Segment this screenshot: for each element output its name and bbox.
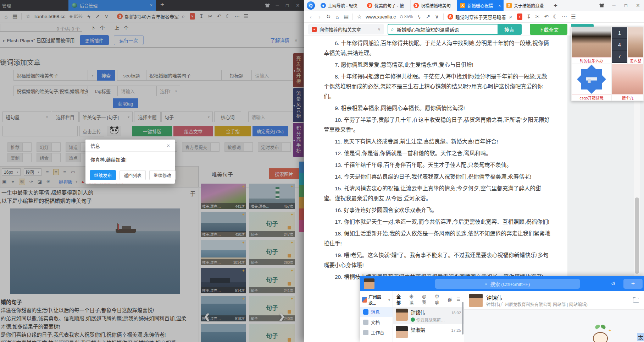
history-clock-icon[interactable]: ↺ <box>611 281 616 287</box>
undo-icon[interactable]: ↶ <box>544 13 549 20</box>
article-search-box[interactable]: ⌕ 新婚暖心祝福简短的温馨话语 搜索 <box>388 24 522 35</box>
number-keypad[interactable]: 147 <box>612 27 627 63</box>
search-icon: ⌕ <box>485 281 488 287</box>
reader-icon[interactable]: ▤ <box>344 13 349 20</box>
contact-header: 钟锦伟 钟锦伟(广州辰龙教育科技有限公司-网站部 | 网站编辑) <box>464 291 644 310</box>
chat-list-item[interactable]: 梁淑娟17:25 <box>393 324 464 340</box>
close-button[interactable]: ✕ <box>632 0 644 11</box>
maximize-button[interactable]: □ <box>620 0 632 11</box>
continue-publish-button[interactable]: 继续发布 <box>90 170 116 180</box>
meme-card-3[interactable]: 接个九 <box>612 64 644 101</box>
refresh-icon[interactable]: ↻ <box>326 13 331 20</box>
chat-tab[interactable]: 单聊 <box>435 293 443 305</box>
browser-tab[interactable]: e上网导航 - 轻快 <box>318 0 364 11</box>
chat-add-button[interactable]: + <box>623 279 643 289</box>
new-tab-button[interactable]: + <box>554 2 557 10</box>
chat-header: ⌕ 搜索 (Ctrl+Shift+F) ↺ + <box>360 276 644 291</box>
meme-card-1[interactable]: 时的快乐么办 <box>571 27 612 64</box>
back-icon[interactable]: ‹ <box>308 14 313 20</box>
article-paragraph: 19. 喂!老兄。这么快就“婚”了。我有事不能来了。不过我还是要衷心祝福你新婚快… <box>324 250 552 270</box>
article-paragraph: 10. 辛劳了半辈子,贡献了几十年,在这丰收安稳的日子,恭贺您再婚之喜,正所谓“… <box>324 115 552 135</box>
chat-tab[interactable]: 未读 <box>409 293 417 305</box>
meme-photo <box>572 27 611 57</box>
chat-item-main: 钟锦伟18:02你要挑战高薪… <box>411 309 461 322</box>
my-avatar[interactable] <box>364 278 374 289</box>
share-icon[interactable]: ↗ <box>426 13 431 20</box>
chat-time: 17:25 <box>451 328 461 332</box>
selected-character: 太 <box>637 333 644 341</box>
quark-logo-icon[interactable]: Q <box>307 1 315 10</box>
chat-tab[interactable]: @我 <box>422 294 430 305</box>
minimize-button[interactable]: ─ <box>608 0 620 11</box>
meme-card-2[interactable]: 怎么整 <box>627 27 644 64</box>
search-icon[interactable]: ⌕ <box>508 13 513 20</box>
message-dialog: 信息 × 你真棒,继续加油! 继续发布 返回列表 继续修改 <box>85 140 175 184</box>
back-to-list-button[interactable]: 返回列表 <box>120 170 146 180</box>
chevron-down-icon: ∨ <box>378 27 381 32</box>
dialog-title: 信息 <box>90 142 100 149</box>
article-paragraph: 15. 托清风捎去衷心的祝福,让流云奉上真挚的情意;今夕何夕,空气里都充满了醉人… <box>324 184 552 203</box>
menu-icon[interactable]: ☰ <box>571 13 576 20</box>
keypad-number[interactable]: 1 <box>612 27 627 39</box>
more-icon[interactable]: ⋯ <box>562 13 567 20</box>
browser-tab[interactable]: S祝福结婚唯美句 <box>411 0 457 11</box>
right-browser-toolbar: ‹ › ↻ ⌂ ▤ ☆ www.xuexila.c ⊖85% ϟ ↗ ∨ S 睡… <box>304 11 644 23</box>
list-scrollbar-thumb[interactable] <box>462 302 463 335</box>
sidebar-item-1[interactable]: 文档 <box>360 317 393 327</box>
chat-main-pane: 钟锦伟 钟锦伟(广州辰龙教育科技有限公司-网站部 | 网站编辑) 太 ✦ <box>464 291 644 342</box>
org-switcher[interactable]: 广州辰龙... ∨ <box>360 293 393 307</box>
thumb-up-icon: ▲ <box>312 27 317 32</box>
download-fulltext-button[interactable]: 下载全文 <box>530 24 567 35</box>
address-url[interactable]: www.xuexila.c <box>366 14 396 20</box>
browser-tab[interactable]: X新婚暖心祝福× <box>457 0 504 11</box>
home-icon[interactable]: ⌂ <box>335 14 340 20</box>
bookmark-star-icon[interactable]: ☆ <box>357 13 362 20</box>
search-icon: ⌕ <box>391 26 394 32</box>
screenshot-stage: 管理 后台管理 × + ─ □ ✕ ⌂ ▤ ☆ lianhe.5068.cc ⊖… <box>0 0 644 342</box>
chat-mini-sidebar: 广州辰龙... ∨ 消息文档工作台 <box>360 291 393 342</box>
browser-tab[interactable]: X关于结婚的浪漫 <box>504 0 550 11</box>
tab-label: 优美的句子 - 搜 <box>374 2 404 9</box>
theme-shirt-icon[interactable] <box>596 0 608 11</box>
continue-edit-button[interactable]: 继续修改 <box>149 170 176 180</box>
forward-icon[interactable]: › <box>317 14 322 20</box>
left-browser-window: 管理 后台管理 × + ─ □ ✕ ⌂ ▤ ☆ lianhe.5068.cc ⊖… <box>0 0 304 342</box>
sidebar-item-icon <box>363 330 368 335</box>
chat-tab[interactable]: 全部 <box>396 293 405 305</box>
search-value: 新婚暖心祝福简短的温馨话语 <box>397 26 498 33</box>
chat-name: 钟锦伟 <box>411 309 425 316</box>
folder-icon[interactable] <box>633 298 639 303</box>
download-icon[interactable]: ↧ <box>526 13 531 20</box>
screenshot-scissors-icon[interactable]: ✂ <box>535 13 540 20</box>
keypad-number[interactable]: 7 <box>612 51 627 63</box>
scrollbar-thumb[interactable] <box>635 197 639 274</box>
chevron-down-icon[interactable]: ∨ <box>434 13 439 20</box>
search-button[interactable]: 搜索 <box>498 25 521 34</box>
csgo-card[interactable]: csgo开箱试玩 <box>571 64 612 101</box>
keypad-number[interactable]: 4 <box>612 39 627 51</box>
browser-tab[interactable]: S优美的句子 - 搜 <box>364 0 411 11</box>
sidebar-item-label: 工作台 <box>371 329 384 336</box>
filter-menu-icon[interactable]: ☰ <box>456 297 460 302</box>
chat-list-item[interactable]: 钟锦伟18:02你要挑战高薪… <box>393 307 464 324</box>
lightning-icon[interactable]: ϟ <box>417 14 422 20</box>
chat-filter-tabs: 全部未读@我单聊群☰ <box>393 291 464 307</box>
zoom-level[interactable]: ⊖85% <box>400 14 413 19</box>
dialog-close-icon[interactable]: × <box>167 142 170 148</box>
sogou-search-box[interactable]: S 睡觉时穿袜子更容易睡着 ⌕ <box>448 13 513 20</box>
article-paragraph: 17. 你们本就是天生一对,地造一双,而今共偕连理,今后更需彼此宽容、互相照顾,… <box>324 217 552 227</box>
tab-close-icon[interactable]: × <box>499 4 501 8</box>
sidebar-item-2[interactable]: 工作台 <box>360 327 393 338</box>
article-paragraph: 16. 好事连连好梦圆圆合家欢乐双燕齐飞。 <box>324 205 552 215</box>
recommend-dropdown[interactable]: ▲ 向你推荐的相关文章 ∨ <box>308 24 384 34</box>
contact-avatar[interactable] <box>469 294 483 307</box>
meme-photo <box>628 27 643 57</box>
chat-tab[interactable]: 群 <box>448 297 452 303</box>
chat-search-input[interactable]: ⌕ 搜索 (Ctrl+Shift+F) <box>435 279 580 289</box>
meme-caption: 时的快乐么办 <box>572 57 611 64</box>
meme-ad-panel: 时的快乐么办 147 怎么整 csgo开箱试玩 接个九 <box>571 27 644 101</box>
sidebar-item-0[interactable]: 消息 <box>360 307 393 317</box>
redpacket-badge-icon[interactable]: ¥ <box>517 13 522 20</box>
night-mode-icon[interactable]: ☾ <box>553 13 558 20</box>
article-paragraph: 7. 愿你俩恩恩爱爱,意笃情深,此生爱情永恒,爱心与日俱增! <box>324 60 552 70</box>
